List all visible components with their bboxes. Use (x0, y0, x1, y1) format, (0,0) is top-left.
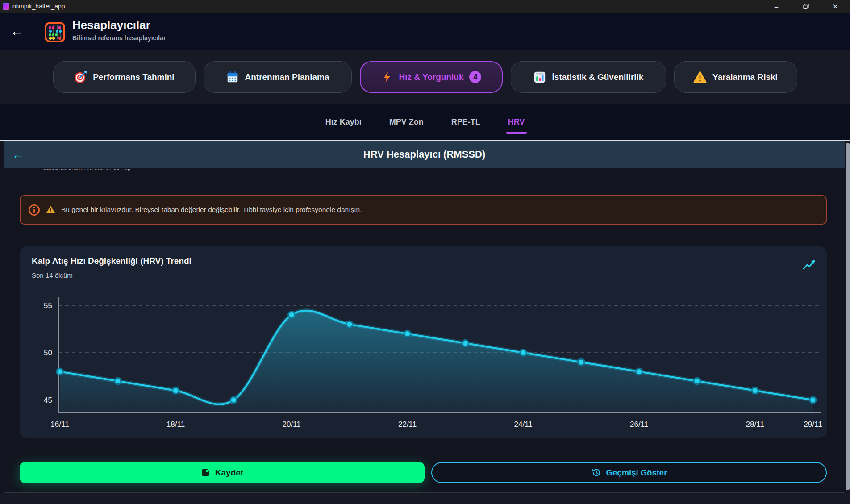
tab-label: Performans Tahmini (93, 72, 174, 82)
svg-text:26/11: 26/11 (630, 420, 648, 429)
section-title: HRV Hesaplayıcı (RMSSD) (4, 141, 845, 168)
svg-text:28/11: 28/11 (746, 420, 764, 429)
section-header: ← HRV Hesaplayıcı (RMSSD) (4, 141, 845, 168)
scrollbar-track[interactable] (846, 141, 850, 493)
svg-text:55: 55 (44, 301, 52, 310)
bar-chart-icon (533, 71, 546, 84)
warning-triangle-icon (693, 71, 707, 84)
svg-text:50: 50 (44, 349, 52, 357)
svg-text:20/11: 20/11 (282, 420, 300, 429)
restore-button[interactable] (791, 0, 821, 13)
hrv-line-chart[interactable]: 45505516/1118/1120/1122/1124/1126/1128/1… (20, 246, 827, 438)
subtab-hrv[interactable]: HRV (508, 117, 525, 127)
warning-banner: Bu genel bir kılavuzdur. Bireysel taban … (20, 195, 827, 225)
save-icon (201, 468, 210, 477)
subtab-label: HRV (508, 117, 525, 126)
svg-text:22/11: 22/11 (398, 420, 417, 429)
subtab-rpe-tl[interactable]: RPE-TL (451, 117, 480, 127)
calculator-tab-row: Performans Tahmini Antrenman Planlama Hı… (0, 50, 850, 104)
page-subtitle: Bilimsel referans hesaplayıcılar (72, 34, 166, 42)
hrv-trend-card: Kalp Atış Hızı Değişkenliği (HRV) Trendi… (20, 246, 827, 438)
calendar-icon (226, 71, 239, 84)
tab-performans-tahmini[interactable]: Performans Tahmini (53, 61, 196, 93)
warning-text: Bu genel bir kılavuzdur. Bireysel taban … (61, 206, 362, 214)
tab-antrenman-planlama[interactable]: Antrenman Planlama (204, 61, 352, 93)
back-arrow-icon: ← (10, 23, 24, 39)
close-icon: ✕ (833, 3, 838, 11)
tab-istatistik-guvenilirlik[interactable]: İstatistik & Güvenilirlik (511, 61, 666, 93)
save-button[interactable]: Kaydet (20, 462, 425, 483)
restore-icon (803, 4, 809, 9)
history-label: Geçmişi Göster (606, 468, 667, 478)
active-subtab-indicator (506, 132, 527, 134)
svg-text:29/11: 29/11 (804, 420, 822, 429)
minimize-icon: – (775, 3, 778, 10)
lightning-bolt-icon (381, 71, 393, 83)
tab-hiz-yorgunluk[interactable]: Hız & Yorgunluk 4 (360, 61, 503, 93)
content-panel: ← HRV Hesaplayıcı (RMSSD) calculations.h… (4, 141, 845, 493)
minimize-button[interactable]: – (762, 0, 791, 13)
tab-label: Yaralanma Riski (712, 72, 778, 82)
subtab-mpv-zon[interactable]: MPV Zon (389, 117, 424, 127)
svg-text:16/11: 16/11 (50, 420, 69, 429)
target-dart-icon (74, 71, 87, 84)
bottom-strip (0, 493, 850, 504)
info-icon (28, 204, 40, 216)
window-controls: – ✕ (762, 0, 850, 13)
page-title: Hesaplayıcılar (72, 18, 150, 32)
header-back-button[interactable]: ← (7, 21, 27, 41)
svg-text:18/11: 18/11 (167, 420, 185, 429)
svg-text:24/11: 24/11 (514, 420, 533, 429)
scrollbar-thumb[interactable] (846, 143, 850, 490)
history-button[interactable]: Geçmişi Göster (431, 462, 827, 483)
title-bar: olimpik_halter_app – ✕ (0, 0, 850, 13)
tab-label: İstatistik & Güvenilirlik (552, 72, 644, 82)
history-icon (591, 467, 601, 478)
tab-label: Hız & Yorgunluk (399, 72, 464, 82)
tab-badge: 4 (469, 71, 481, 83)
save-label: Kaydet (215, 468, 243, 478)
svg-text:45: 45 (44, 396, 52, 404)
app-icon (3, 3, 9, 10)
warning-icon (46, 206, 55, 214)
abacus-icon (45, 22, 65, 44)
subtab-row: Hız Kaybı MPV Zon RPE-TL HRV (0, 104, 850, 140)
close-button[interactable]: ✕ (821, 0, 850, 13)
tab-label: Antrenman Planlama (245, 72, 329, 82)
tab-yaralanma-riski[interactable]: Yaralanma Riski (674, 61, 797, 93)
subtab-hiz-kaybi[interactable]: Hız Kaybı (325, 117, 362, 127)
page-header: ← Hesaplayıcılar Bilimsel referans hesap… (0, 13, 850, 50)
clipped-reference-text: calculations.hrv.reference_tip (43, 169, 230, 172)
window-title: olimpik_halter_app (12, 0, 65, 13)
